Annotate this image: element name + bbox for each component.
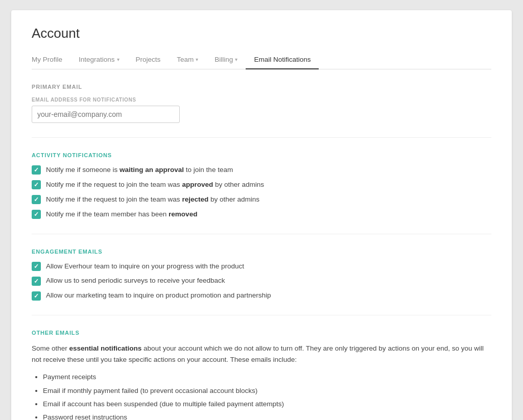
tab-label: Billing bbox=[215, 56, 233, 63]
tab-label: Projects bbox=[136, 56, 161, 63]
checkbox-surveys[interactable] bbox=[32, 277, 41, 286]
chevron-down-icon: ▾ bbox=[235, 57, 237, 62]
nav-tabs: My Profile Integrations ▾ Projects Team … bbox=[32, 51, 491, 69]
checkbox-rejected[interactable] bbox=[32, 195, 41, 204]
tab-integrations[interactable]: Integrations ▾ bbox=[70, 51, 128, 69]
page-container: Account My Profile Integrations ▾ Projec… bbox=[11, 10, 512, 420]
tab-email-notifications[interactable]: Email Notifications bbox=[246, 51, 319, 69]
tab-label: My Profile bbox=[32, 56, 62, 63]
engagement-emails-section: ENGAGEMENT EMAILS Allow Everhour team to… bbox=[32, 249, 491, 316]
chevron-down-icon: ▾ bbox=[117, 57, 120, 62]
primary-email-title: PRIMARY EMAIL bbox=[32, 84, 491, 90]
other-emails-list: Payment receipts Email if monthly paymen… bbox=[32, 372, 491, 420]
tab-team[interactable]: Team ▾ bbox=[169, 51, 206, 69]
list-item: Notify me if the request to join the tea… bbox=[32, 180, 491, 190]
tab-billing[interactable]: Billing ▾ bbox=[206, 51, 246, 69]
checkbox-label: Notify me if the request to join the tea… bbox=[46, 195, 259, 205]
checkbox-label: Notify me if the team member has been re… bbox=[46, 210, 197, 219]
checkbox-label: Notify me if the request to join the tea… bbox=[46, 180, 264, 190]
activity-checkbox-list: Notify me if someone is waiting an appro… bbox=[32, 165, 491, 219]
email-input[interactable] bbox=[32, 106, 180, 123]
tab-my-profile[interactable]: My Profile bbox=[32, 51, 70, 69]
checkbox-label: Allow Everhour team to inquire on your p… bbox=[46, 262, 244, 271]
page-title: Account bbox=[32, 26, 491, 41]
chevron-down-icon: ▾ bbox=[196, 57, 198, 62]
primary-email-section: PRIMARY EMAIL EMAIL ADDRESS FOR NOTIFICA… bbox=[32, 84, 491, 138]
checkbox-label: Allow us to send periodic surveys to rec… bbox=[46, 276, 225, 286]
list-item: Allow us to send periodic surveys to rec… bbox=[32, 276, 491, 286]
tab-label: Email Notifications bbox=[254, 56, 311, 63]
checkbox-progress[interactable] bbox=[32, 262, 41, 271]
list-item: Payment receipts bbox=[43, 372, 491, 382]
other-emails-title: OTHER EMAILS bbox=[32, 330, 491, 336]
list-item: Notify me if the team member has been re… bbox=[32, 210, 491, 219]
other-emails-section: OTHER EMAILS Some other essential notifi… bbox=[32, 330, 491, 420]
list-item: Notify me if someone is waiting an appro… bbox=[32, 165, 491, 175]
activity-notifications-section: ACTIVITY NOTIFICATIONS Notify me if some… bbox=[32, 152, 491, 234]
checkbox-waiting-approval[interactable] bbox=[32, 165, 41, 175]
other-emails-description: Some other essential notifications about… bbox=[32, 343, 491, 365]
list-item: Notify me if the request to join the tea… bbox=[32, 195, 491, 205]
checkbox-removed[interactable] bbox=[32, 210, 41, 219]
activity-notifications-title: ACTIVITY NOTIFICATIONS bbox=[32, 152, 491, 158]
checkbox-label: Notify me if someone is waiting an appro… bbox=[46, 165, 233, 175]
engagement-checkbox-list: Allow Everhour team to inquire on your p… bbox=[32, 262, 491, 301]
list-item: Allow Everhour team to inquire on your p… bbox=[32, 262, 491, 271]
checkbox-marketing[interactable] bbox=[32, 291, 41, 301]
list-item: Allow our marketing team to inquire on p… bbox=[32, 291, 491, 301]
tab-projects[interactable]: Projects bbox=[128, 51, 169, 69]
email-field-label: EMAIL ADDRESS FOR NOTIFICATIONS bbox=[32, 97, 491, 103]
list-item: Email if account has been suspended (due… bbox=[43, 399, 491, 409]
tab-label: Integrations bbox=[79, 56, 115, 63]
tab-label: Team bbox=[177, 56, 194, 63]
checkbox-label: Allow our marketing team to inquire on p… bbox=[46, 291, 271, 301]
list-item: Password reset instructions bbox=[43, 412, 491, 420]
engagement-emails-title: ENGAGEMENT EMAILS bbox=[32, 249, 491, 255]
checkbox-approved[interactable] bbox=[32, 180, 41, 189]
list-item: Email if monthly payment failed (to prev… bbox=[43, 386, 491, 396]
